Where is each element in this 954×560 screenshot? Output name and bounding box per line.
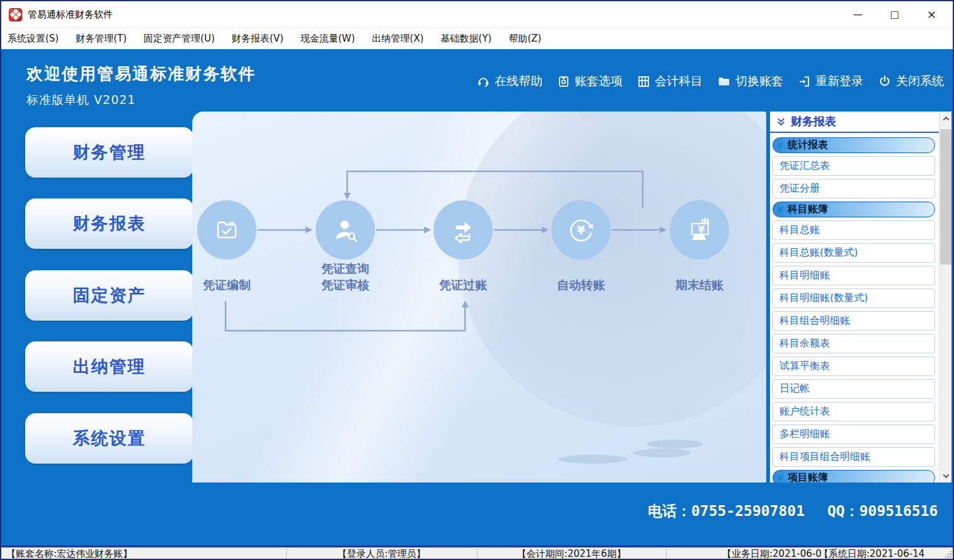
report-section-project-ledgers[interactable]: 项目账簿 — [773, 470, 935, 483]
status-bar: 【账套名称:宏达伟业财务账】 【登录人员:管理员】 【会计期间:2021年6期】… — [1, 546, 953, 559]
sidebar-button-label: 固定资产 — [73, 284, 146, 307]
sidebar-button-label: 出纳管理 — [73, 355, 146, 378]
reports-panel: 财务报表 统计报表 凭证汇总表 凭证分册 科目账簿 科目总账 科目总账(数量式)… — [770, 111, 951, 483]
workflow-step-label: 自动转账 — [551, 260, 611, 293]
power-icon — [878, 74, 892, 88]
header-toolbar: 在线帮助 账套选项 会计科目 切换账套 重新登录 关闭系统 — [476, 73, 944, 89]
status-business-date: 【业务日期:2021-06-0 — [722, 548, 822, 560]
report-item[interactable]: 凭证汇总表 — [773, 156, 935, 176]
status-login-user: 【登录人员:管理员】 — [286, 548, 477, 560]
account-book-icon — [557, 75, 570, 88]
report-item[interactable]: 账户统计表 — [773, 402, 935, 421]
report-item[interactable]: 日记帐 — [773, 379, 935, 399]
svg-text:¥: ¥ — [577, 224, 585, 237]
workflow-step-label: 凭证编制 — [197, 260, 256, 293]
transfer-arrows-icon — [448, 215, 478, 245]
sidebar-button-label: 财务报表 — [73, 212, 146, 235]
report-item[interactable]: 科目明细账 — [773, 266, 935, 285]
sidebar-button-finance-management[interactable]: 财务管理 — [25, 127, 193, 178]
toolbar-label: 切换账套 — [735, 73, 783, 89]
report-item[interactable]: 科目项目组合明细账 — [773, 447, 935, 467]
toolbar-accounting-subjects[interactable]: 会计科目 — [637, 73, 703, 89]
workflow-step-voucher-query-audit[interactable] — [316, 200, 375, 260]
report-item[interactable]: 科目明细账(数量式) — [773, 289, 935, 308]
report-item[interactable]: 科目总账 — [773, 220, 935, 240]
menu-cashier-management[interactable]: 出纳管理(X) — [372, 33, 423, 45]
scroll-down-button[interactable] — [940, 470, 951, 481]
title-bar: 管易通标准财务软件 — □ × — [1, 1, 953, 28]
workflow-step-voucher-posting[interactable] — [434, 200, 493, 260]
double-chevron-down-icon — [776, 205, 784, 214]
toolbar-label: 在线帮助 — [495, 73, 543, 89]
workflow-step-label: 凭证过账 — [434, 260, 493, 293]
scrollbar-thumb[interactable] — [940, 129, 951, 265]
workflow-step-period-end-closing[interactable]: ¥ — [670, 200, 729, 260]
toolbar-online-help[interactable]: 在线帮助 — [476, 73, 543, 89]
sidebar-button-fixed-assets[interactable]: 固定资产 — [25, 270, 193, 321]
scroll-up-button[interactable] — [940, 113, 951, 124]
report-item[interactable]: 科目组合明细账 — [773, 311, 935, 331]
resize-grip[interactable] — [944, 550, 952, 558]
report-section-statistics[interactable]: 统计报表 — [773, 137, 935, 153]
main-panel: 凭证编制 凭证查询凭证审核 凭证过账 ¥ 自动转账 — [192, 111, 766, 483]
menu-fixed-assets-management[interactable]: 固定资产管理(U) — [144, 33, 215, 45]
headset-icon — [476, 74, 490, 88]
phone-number: 电话：0755-25907801 — [648, 501, 805, 521]
menu-help[interactable]: 帮助(Z) — [509, 33, 541, 45]
reports-panel-header[interactable]: 财务报表 — [770, 111, 951, 133]
app-logo-icon — [9, 8, 22, 21]
menu-cash-flow[interactable]: 现金流量(W) — [301, 33, 355, 45]
toolbar-label: 关闭系统 — [896, 73, 944, 89]
window-title: 管易通标准财务软件 — [28, 9, 113, 21]
qq-number: QQ：909516516 — [827, 501, 938, 521]
menu-financial-reports[interactable]: 财务报表(V) — [232, 33, 284, 45]
toolbar-label: 账套选项 — [575, 73, 623, 89]
reports-list: 统计报表 凭证汇总表 凭证分册 科目账簿 科目总账 科目总账(数量式) 科目明细… — [770, 134, 938, 483]
person-search-icon — [330, 214, 361, 246]
status-account-set-name: 【账套名称:宏达伟业财务账】 — [6, 548, 132, 560]
folder-check-icon — [212, 215, 242, 245]
toolbar-switch-account-set[interactable]: 切换账套 — [717, 73, 783, 89]
sidebar-button-label: 系统设置 — [73, 427, 146, 450]
report-item[interactable]: 科目余额表 — [773, 334, 935, 353]
menu-system-settings[interactable]: 系统设置(S) — [8, 33, 59, 45]
report-item[interactable]: 试算平衡表 — [773, 357, 935, 376]
sidebar-button-cashier-management[interactable]: 出纳管理 — [25, 341, 193, 392]
report-section-subject-ledgers[interactable]: 科目账簿 — [773, 202, 935, 217]
svg-text:¥: ¥ — [698, 224, 705, 236]
double-chevron-down-icon — [776, 117, 786, 127]
version-line: 标准版单机 V2021 — [26, 92, 135, 108]
login-door-icon — [798, 75, 811, 88]
workflow-step-auto-transfer[interactable]: ¥ — [551, 200, 611, 260]
toolbar-label: 重新登录 — [815, 73, 863, 89]
status-system-date: 【系统日期:2021-06-14 — [819, 548, 924, 560]
folder-icon — [717, 74, 731, 88]
sidebar-button-label: 财务管理 — [73, 141, 146, 164]
workflow-step-voucher-entry[interactable] — [197, 200, 256, 260]
report-item[interactable]: 科目总账(数量式) — [773, 243, 935, 263]
double-chevron-down-icon — [776, 474, 784, 482]
workflow-step-label: 凭证查询凭证审核 — [316, 260, 375, 293]
report-item[interactable]: 多栏明细账 — [773, 425, 935, 444]
toolbar-shutdown[interactable]: 关闭系统 — [878, 73, 944, 89]
scrollbar[interactable] — [939, 111, 951, 483]
window-controls: — □ × — [853, 9, 953, 20]
contact-info: 电话：0755-25907801 QQ：909516516 — [648, 501, 938, 521]
reports-panel-title: 财务报表 — [791, 114, 836, 129]
toolbar-relogin[interactable]: 重新登录 — [798, 73, 863, 89]
status-accounting-period: 【会计期间:2021年6期】 — [477, 548, 666, 560]
minimize-button[interactable]: — — [853, 10, 863, 20]
sidebar-button-system-settings[interactable]: 系统设置 — [25, 413, 193, 464]
report-item[interactable]: 凭证分册 — [773, 179, 935, 198]
maximize-button[interactable]: □ — [890, 10, 899, 20]
double-chevron-down-icon — [776, 141, 784, 149]
settlement-icon: ¥ — [684, 215, 715, 245]
menu-basic-data[interactable]: 基础数据(Y) — [440, 33, 491, 45]
toolbar-account-set-options[interactable]: 账套选项 — [557, 73, 623, 89]
yuan-cycle-icon: ¥ — [565, 214, 597, 246]
close-button[interactable]: × — [927, 9, 936, 20]
workflow-connectors — [192, 111, 766, 483]
sidebar-button-financial-reports[interactable]: 财务报表 — [25, 198, 193, 249]
menu-finance-management[interactable]: 财务管理(T) — [76, 33, 127, 45]
menu-bar: 系统设置(S) 财务管理(T) 固定资产管理(U) 财务报表(V) 现金流量(W… — [1, 28, 953, 49]
